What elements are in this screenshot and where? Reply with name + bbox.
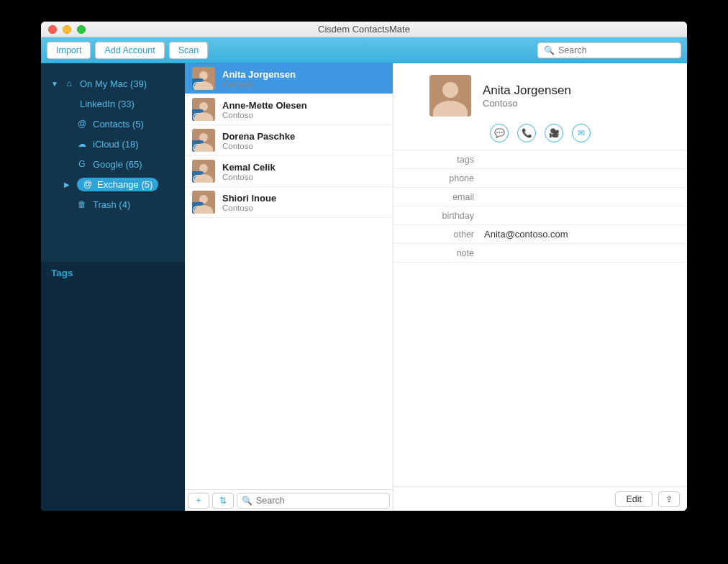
contact-list-pane: @Anita JorgensenContoso@Anne-Mette Olese… bbox=[185, 63, 393, 511]
contact-list-item[interactable]: @Shiori InoueContoso bbox=[185, 187, 393, 218]
contact-name: Anne-Mette Olesen bbox=[222, 100, 307, 111]
sidebar-item-label: iCloud (18) bbox=[93, 139, 139, 150]
sidebar-item[interactable]: ▼⌂On My Mac (39) bbox=[47, 73, 179, 94]
video-icon: 🎥 bbox=[549, 128, 559, 138]
field-label: email bbox=[393, 192, 480, 202]
phone-icon: 📞 bbox=[522, 128, 532, 138]
sidebar-item-label: Trash (4) bbox=[93, 199, 130, 210]
tags-section-header[interactable]: Tags bbox=[41, 262, 185, 285]
message-icon: 💬 bbox=[494, 128, 504, 138]
minimize-window-button[interactable] bbox=[63, 25, 71, 34]
video-button[interactable]: 🎥 bbox=[545, 124, 563, 142]
list-search[interactable]: 🔍 bbox=[237, 493, 390, 509]
sort-icon: ⇅ bbox=[218, 496, 228, 506]
sidebar-item-label: Google (65) bbox=[93, 159, 142, 170]
toolbar: Import Add Account Scan 🔍 bbox=[41, 37, 687, 63]
home-icon: ⌂ bbox=[64, 78, 74, 88]
message-button[interactable]: 💬 bbox=[490, 124, 509, 142]
share-button[interactable]: ⇪ bbox=[658, 491, 680, 507]
edit-button[interactable]: Edit bbox=[615, 491, 652, 507]
contact-company: Contoso bbox=[222, 173, 276, 181]
contact-list-item[interactable]: @Anne-Mette OlesenContoso bbox=[185, 94, 393, 125]
contact-list-item[interactable]: @Kemal CelikContoso bbox=[185, 156, 393, 187]
toolbar-search-input[interactable] bbox=[558, 45, 675, 55]
field-label: tags bbox=[393, 155, 480, 165]
import-button[interactable]: Import bbox=[47, 42, 91, 59]
detail-field-row: birthday bbox=[393, 206, 687, 225]
sidebar-item-label: Exchange (5) bbox=[97, 179, 153, 190]
detail-field-row: tags bbox=[393, 150, 687, 169]
trash-icon: 🗑 bbox=[77, 199, 87, 209]
disclosure-triangle-icon: ▶ bbox=[64, 181, 71, 188]
search-icon: 🔍 bbox=[544, 45, 554, 55]
at-badge-icon: @ bbox=[192, 109, 204, 121]
at-badge-icon: @ bbox=[192, 140, 204, 152]
detail-header: Anita Jorgensen Contoso bbox=[393, 63, 687, 121]
sidebar-item[interactable]: ☁iCloud (18) bbox=[60, 134, 179, 154]
sidebar-item[interactable]: LinkedIn (33) bbox=[63, 94, 179, 114]
mail-button[interactable]: ✉ bbox=[572, 124, 591, 142]
call-button[interactable]: 📞 bbox=[517, 124, 536, 142]
toolbar-search[interactable]: 🔍 bbox=[537, 42, 681, 58]
contact-detail-pane: Anita Jorgensen Contoso 💬 📞 🎥 ✉ tagsphon… bbox=[393, 63, 687, 511]
sort-button[interactable]: ⇅ bbox=[212, 493, 234, 509]
contact-name: Kemal Celik bbox=[222, 162, 276, 173]
disclosure-triangle-icon: ▼ bbox=[51, 80, 58, 88]
contact-actions: 💬 📞 🎥 ✉ bbox=[393, 121, 687, 150]
tags-section bbox=[41, 285, 185, 511]
sidebar-item[interactable]: 🗑Trash (4) bbox=[60, 194, 179, 214]
at-badge-icon: @ bbox=[192, 171, 204, 183]
at-icon: @ bbox=[83, 179, 93, 189]
zoom-window-button[interactable] bbox=[77, 25, 86, 34]
contact-name: Dorena Paschke bbox=[222, 131, 295, 142]
contact-name: Shiori Inoue bbox=[222, 193, 276, 204]
titlebar: Cisdem ContactsMate bbox=[41, 22, 687, 37]
sidebar-item-label: Contacts (5) bbox=[93, 119, 144, 129]
detail-fields: tagsphoneemailbirthdayotherAnita@contoso… bbox=[393, 150, 687, 263]
avatar: @ bbox=[192, 191, 215, 214]
contact-list-item[interactable]: @Dorena PaschkeContoso bbox=[185, 125, 393, 156]
google-icon: G bbox=[77, 159, 87, 169]
content: ▼⌂On My Mac (39)LinkedIn (33)@Contacts (… bbox=[41, 63, 687, 511]
field-label: other bbox=[393, 229, 480, 240]
detail-field-row: note bbox=[393, 244, 687, 263]
field-label: phone bbox=[393, 173, 480, 183]
avatar: @ bbox=[192, 67, 215, 90]
sidebar: ▼⌂On My Mac (39)LinkedIn (33)@Contacts (… bbox=[41, 63, 185, 511]
sidebar-item[interactable]: GGoogle (65) bbox=[60, 154, 179, 174]
field-label: birthday bbox=[393, 211, 480, 221]
contact-list: @Anita JorgensenContoso@Anne-Mette Olese… bbox=[185, 63, 393, 489]
contact-avatar bbox=[429, 75, 471, 117]
at-badge-icon: @ bbox=[192, 78, 204, 90]
sidebar-item-label: On My Mac (39) bbox=[80, 78, 147, 89]
scan-button[interactable]: Scan bbox=[169, 42, 209, 59]
detail-footer: Edit ⇪ bbox=[393, 486, 687, 511]
contact-company: Contoso bbox=[222, 111, 307, 119]
list-search-input[interactable] bbox=[256, 496, 385, 506]
sidebar-item[interactable]: @Contacts (5) bbox=[60, 114, 179, 134]
search-icon: 🔍 bbox=[242, 496, 252, 506]
contact-list-item[interactable]: @Anita JorgensenContoso bbox=[185, 63, 393, 94]
sidebar-item[interactable]: ▶@Exchange (5) bbox=[60, 174, 179, 194]
traffic-lights bbox=[41, 25, 86, 34]
add-account-button[interactable]: Add Account bbox=[95, 42, 164, 59]
field-value: Anita@contoso.com bbox=[480, 229, 687, 240]
add-contact-button[interactable]: ＋ bbox=[188, 493, 209, 509]
list-footer: ＋ ⇅ 🔍 bbox=[185, 489, 393, 511]
contact-name: Anita Jorgensen bbox=[222, 69, 296, 80]
avatar: @ bbox=[192, 129, 215, 152]
at-icon: @ bbox=[77, 119, 87, 129]
window-title: Cisdem ContactsMate bbox=[41, 24, 687, 35]
share-icon: ⇪ bbox=[664, 494, 674, 504]
avatar: @ bbox=[192, 160, 215, 183]
detail-field-row: phone bbox=[393, 169, 687, 188]
sidebar-item-selected: @Exchange (5) bbox=[77, 178, 158, 191]
contact-company: Contoso bbox=[222, 80, 296, 88]
at-badge-icon: @ bbox=[192, 202, 204, 214]
contact-company: Contoso bbox=[483, 98, 571, 109]
plus-icon: ＋ bbox=[194, 496, 204, 506]
close-window-button[interactable] bbox=[48, 25, 57, 34]
detail-field-row: email bbox=[393, 188, 687, 206]
avatar: @ bbox=[192, 98, 215, 121]
cloud-icon: ☁ bbox=[77, 139, 87, 149]
